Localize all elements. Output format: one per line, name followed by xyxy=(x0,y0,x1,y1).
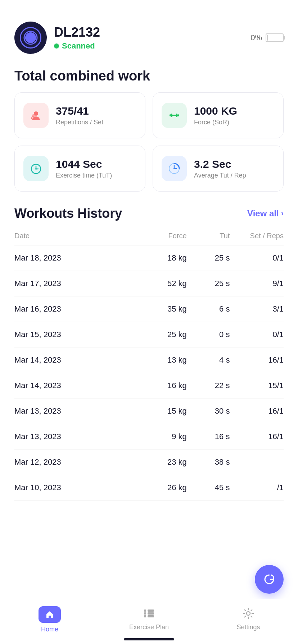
row-force: 15 kg xyxy=(122,406,187,416)
row-date: Mar 17, 2023 xyxy=(14,279,122,288)
stat-card-reps: 375/41 Repetitions / Set xyxy=(14,92,145,138)
stat-value-time: 1044 Sec xyxy=(56,158,112,170)
svg-rect-4 xyxy=(170,114,171,116)
header: DL2132 Scanned 0% xyxy=(0,0,298,61)
row-force: 26 kg xyxy=(122,483,187,492)
table-row: Mar 14, 2023 16 kg 22 s 15/1 xyxy=(14,373,284,399)
bottom-nav: Home Exercise Plan Settings xyxy=(0,599,298,644)
stat-label-force: Force (SoR) xyxy=(194,119,237,126)
table-header: Date Force Tut Set / Reps xyxy=(14,228,284,245)
row-tut: 25 s xyxy=(187,253,230,263)
scanned-badge: Scanned xyxy=(54,41,100,51)
svg-rect-11 xyxy=(35,164,37,165)
row-tut: 0 s xyxy=(187,330,230,339)
home-indicator xyxy=(124,638,174,640)
nav-item-exercise[interactable]: Exercise Plan xyxy=(127,606,171,631)
stats-grid: 375/41 Repetitions / Set 1000 KG Force (… xyxy=(0,92,298,202)
col-date: Date xyxy=(14,232,122,240)
stat-card-time: 1044 Sec Exercise time (TuT) xyxy=(14,146,145,192)
col-tut: Tut xyxy=(187,232,230,240)
row-setreps: 16/1 xyxy=(230,406,284,416)
svg-rect-14 xyxy=(144,610,146,612)
nav-label-exercise: Exercise Plan xyxy=(129,624,169,631)
row-setreps: 16/1 xyxy=(230,432,284,441)
view-all-button[interactable]: View all › xyxy=(247,208,284,218)
row-date: Mar 13, 2023 xyxy=(14,432,122,441)
stat-text-reps: 375/41 Repetitions / Set xyxy=(56,105,103,126)
stat-text-force: 1000 KG Force (SoR) xyxy=(194,105,237,126)
chevron-right-icon: › xyxy=(281,209,284,218)
row-date: Mar 15, 2023 xyxy=(14,330,122,339)
stat-label-reps: Repetitions / Set xyxy=(56,119,103,126)
battery-icon xyxy=(266,33,284,42)
avg-icon xyxy=(167,162,181,175)
stat-icon-time xyxy=(23,156,49,181)
row-setreps: 3/1 xyxy=(230,304,284,314)
stat-icon-avg xyxy=(162,156,187,181)
row-setreps: 0/1 xyxy=(230,253,284,263)
svg-point-1 xyxy=(27,34,34,41)
row-date: Mar 18, 2023 xyxy=(14,253,122,263)
avatar-icon xyxy=(23,31,38,45)
nav-item-home[interactable]: Home xyxy=(28,606,71,633)
row-tut: 16 s xyxy=(187,432,230,441)
row-force: 18 kg xyxy=(122,253,187,263)
workouts-title: Workouts History xyxy=(14,206,122,221)
home-icon xyxy=(39,606,61,623)
svg-rect-7 xyxy=(176,114,177,117)
nav-label-home: Home xyxy=(41,626,58,633)
svg-point-10 xyxy=(35,168,37,170)
row-setreps: 16/1 xyxy=(230,355,284,365)
table-row: Mar 12, 2023 23 kg 38 s xyxy=(14,450,284,475)
table-row: Mar 18, 2023 18 kg 25 s 0/1 xyxy=(14,245,284,271)
force-icon xyxy=(167,109,181,122)
svg-rect-6 xyxy=(171,114,172,117)
svg-rect-5 xyxy=(177,114,179,116)
table-row: Mar 15, 2023 25 kg 0 s 0/1 xyxy=(14,322,284,348)
row-date: Mar 10, 2023 xyxy=(14,483,122,492)
nav-label-settings: Settings xyxy=(236,624,260,631)
table-row: Mar 14, 2023 13 kg 4 s 16/1 xyxy=(14,348,284,373)
exercise-icon xyxy=(142,606,156,621)
row-setreps: 0/1 xyxy=(230,330,284,339)
avatar xyxy=(14,22,47,54)
stat-label-time: Exercise time (TuT) xyxy=(56,172,112,179)
row-setreps: 15/1 xyxy=(230,381,284,390)
svg-rect-17 xyxy=(148,610,154,612)
stat-text-time: 1044 Sec Exercise time (TuT) xyxy=(56,158,112,179)
refresh-icon xyxy=(263,573,276,586)
svg-rect-16 xyxy=(144,615,146,617)
workouts-table: Date Force Tut Set / Reps Mar 18, 2023 1… xyxy=(0,228,298,501)
svg-point-13 xyxy=(173,168,175,169)
header-left: DL2132 Scanned xyxy=(14,22,100,54)
nav-item-settings[interactable]: Settings xyxy=(227,606,270,631)
row-date: Mar 12, 2023 xyxy=(14,457,122,467)
time-icon xyxy=(29,162,43,175)
row-tut: 30 s xyxy=(187,406,230,416)
scanned-dot xyxy=(54,43,59,49)
home-svg xyxy=(45,610,54,619)
table-row: Mar 10, 2023 26 kg 45 s /1 xyxy=(14,475,284,501)
stat-text-avg: 3.2 Sec Average Tut / Rep xyxy=(194,158,246,179)
svg-rect-8 xyxy=(172,115,176,116)
row-force: 52 kg xyxy=(122,279,187,288)
row-date: Mar 16, 2023 xyxy=(14,304,122,314)
row-force: 16 kg xyxy=(122,381,187,390)
col-setreps: Set / Reps xyxy=(230,232,284,240)
table-row: Mar 16, 2023 35 kg 6 s 3/1 xyxy=(14,296,284,322)
battery-info: 0% xyxy=(250,33,284,42)
row-setreps: 9/1 xyxy=(230,279,284,288)
avatar-inner xyxy=(20,27,41,49)
refresh-fab[interactable] xyxy=(255,565,284,594)
row-force: 25 kg xyxy=(122,330,187,339)
stat-icon-force xyxy=(162,103,187,128)
svg-point-0 xyxy=(24,31,37,44)
device-info: DL2132 Scanned xyxy=(54,25,100,51)
svg-rect-19 xyxy=(148,615,154,617)
row-tut: 38 s xyxy=(187,457,230,467)
row-setreps: /1 xyxy=(230,483,284,492)
stat-value-avg: 3.2 Sec xyxy=(194,158,246,170)
svg-rect-15 xyxy=(144,612,146,615)
row-tut: 22 s xyxy=(187,381,230,390)
stat-card-force: 1000 KG Force (SoR) xyxy=(153,92,284,138)
